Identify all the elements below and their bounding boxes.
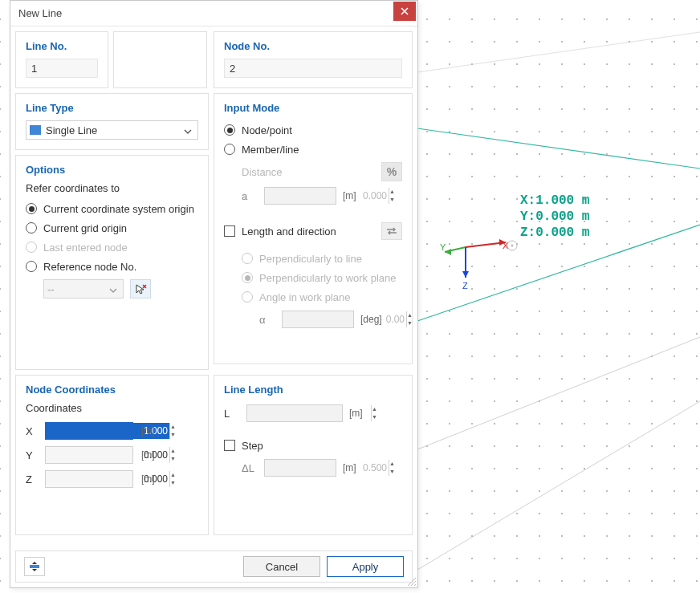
distance-label: Distance xyxy=(242,166,283,178)
new-line-dialog: New Line Line No. Node No. Line Type S xyxy=(10,0,418,588)
length-input: ▲▼ xyxy=(246,404,343,422)
line-no-panel: Line No. xyxy=(15,31,108,88)
radio-icon xyxy=(242,291,253,303)
option-ref-node[interactable]: Reference node No. xyxy=(26,257,198,276)
option-grid-origin[interactable]: Current grid origin xyxy=(26,218,198,238)
length-direction-checkbox[interactable]: Length and direction xyxy=(224,225,336,238)
a-unit: [m] xyxy=(343,190,356,201)
readout-z: Z:0.000 m xyxy=(520,225,589,241)
svg-text:Z: Z xyxy=(462,281,468,290)
radio-icon xyxy=(26,242,37,253)
delta-L-label: ΔL xyxy=(242,462,258,474)
step-input: ▲▼ xyxy=(264,459,336,477)
percent-toggle-button[interactable]: % xyxy=(381,162,402,181)
mode-node-point[interactable]: Node/point xyxy=(224,120,402,140)
spin-down-icon: ▼ xyxy=(372,413,377,421)
spin-down-icon[interactable]: ▼ xyxy=(170,455,176,463)
L-unit: [m] xyxy=(349,408,363,419)
radio-icon xyxy=(224,124,235,136)
input-mode-panel: Input Mode Node/point Member/line Distan… xyxy=(214,93,413,364)
distance-a-input: ▲▼ xyxy=(264,187,336,205)
angle-in-plane: Angle in work plane xyxy=(242,287,402,307)
radio-icon xyxy=(26,203,37,214)
svg-point-9 xyxy=(511,245,514,247)
svg-rect-18 xyxy=(30,565,39,568)
resize-grip[interactable] xyxy=(406,576,416,586)
y-input[interactable]: ▲▼ xyxy=(45,446,133,464)
ucs-axes: X Y Z xyxy=(433,225,530,299)
line-type-value: Single Line xyxy=(46,124,181,136)
close-icon xyxy=(401,7,409,15)
svg-marker-14 xyxy=(462,271,469,278)
swap-direction-button[interactable] xyxy=(381,222,402,240)
option-last-node: Last entered node xyxy=(26,238,198,257)
step-checkbox[interactable]: Step xyxy=(224,436,402,455)
radio-icon xyxy=(224,144,235,155)
radio-icon xyxy=(242,253,253,264)
chevron-down-icon xyxy=(181,124,194,136)
line-type-panel: Line Type Single Line xyxy=(15,93,209,150)
close-button[interactable] xyxy=(393,2,416,21)
line-length-label: Line Length xyxy=(224,384,402,396)
cancel-button[interactable]: Cancel xyxy=(243,556,320,577)
option-cs-origin[interactable]: Current coordinate system origin xyxy=(26,199,198,218)
refer-to-label: Refer coordinates to xyxy=(26,182,198,194)
spin-down-icon: ▼ xyxy=(407,319,413,327)
options-label: Options xyxy=(26,164,198,176)
dialog-footer: Cancel Apply xyxy=(15,550,413,583)
x-label: X xyxy=(26,425,37,437)
spin-down-icon[interactable]: ▼ xyxy=(170,431,176,439)
y-unit: [m] xyxy=(141,449,155,461)
mode-member-line[interactable]: Member/line xyxy=(224,140,402,159)
spin-up-icon[interactable]: ▲ xyxy=(170,471,176,479)
spin-down-icon: ▼ xyxy=(389,468,395,476)
ref-node-dropdown[interactable]: -- xyxy=(43,279,124,299)
spin-up-icon[interactable]: ▲ xyxy=(170,447,176,455)
pick-node-button[interactable] xyxy=(130,279,151,299)
readout-x: X:1.000 m xyxy=(520,193,589,209)
alpha-input: ▲▼ xyxy=(282,311,354,328)
line-type-dropdown[interactable]: Single Line xyxy=(26,120,198,140)
delta-L-unit: [m] xyxy=(343,462,356,473)
spin-up-icon: ▲ xyxy=(372,405,377,413)
y-label: Y xyxy=(26,449,37,461)
spin-up-icon: ▲ xyxy=(389,460,395,468)
coordinates-sublabel: Coordinates xyxy=(26,402,198,414)
titlebar[interactable]: New Line xyxy=(10,1,417,26)
line-no-label: Line No. xyxy=(26,40,98,52)
z-unit: [m] xyxy=(141,473,155,485)
spin-up-icon: ▲ xyxy=(407,311,413,319)
node-no-label: Node No. xyxy=(224,40,402,52)
a-label: a xyxy=(242,190,258,202)
apply-button[interactable]: Apply xyxy=(327,556,404,577)
cursor-pick-icon xyxy=(134,282,147,295)
readout-y: Y:0.000 m xyxy=(520,209,589,225)
node-coordinates-panel: Node Coordinates Coordinates X ▲▼ [m] Y … xyxy=(15,375,209,535)
dialog-title: New Line xyxy=(18,7,393,19)
x-unit: [m] xyxy=(141,425,155,437)
radio-icon xyxy=(26,222,37,234)
spin-up-icon: ▲ xyxy=(389,188,395,196)
alpha-unit: [deg] xyxy=(360,314,382,325)
perp-to-plane: Perpendicularly to work plane xyxy=(242,268,402,287)
checkbox-icon xyxy=(224,225,235,237)
details-icon xyxy=(28,561,41,572)
line-no-input[interactable] xyxy=(26,59,98,78)
spin-up-icon[interactable]: ▲ xyxy=(170,423,176,431)
node-coordinates-label: Node Coordinates xyxy=(26,384,198,396)
x-input[interactable]: ▲▼ xyxy=(45,422,133,440)
spin-down-icon: ▼ xyxy=(389,196,395,204)
spacer-panel xyxy=(113,31,207,88)
z-input[interactable]: ▲▼ xyxy=(45,470,133,488)
chevron-down-icon xyxy=(107,283,120,295)
details-button[interactable] xyxy=(24,557,45,576)
alpha-label: α xyxy=(259,314,275,326)
spin-down-icon[interactable]: ▼ xyxy=(170,479,176,487)
line-type-swatch xyxy=(30,125,41,135)
node-no-input[interactable] xyxy=(224,59,402,78)
input-mode-label: Input Mode xyxy=(224,102,402,114)
z-label: Z xyxy=(26,473,37,485)
line-type-label: Line Type xyxy=(26,102,198,114)
checkbox-icon xyxy=(224,440,235,451)
radio-icon xyxy=(26,261,37,272)
